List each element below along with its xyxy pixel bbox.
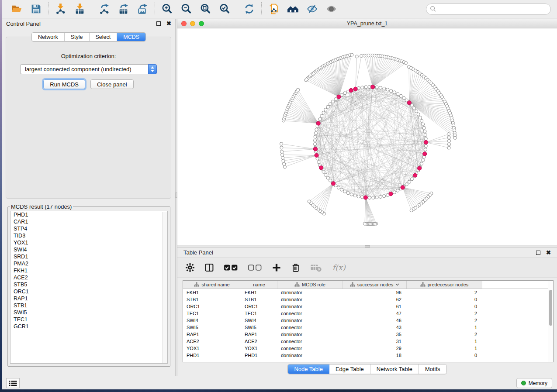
cell-name[interactable]: YOX1 [241,346,277,351]
close-traffic-icon[interactable] [181,21,187,26]
cell-MCDS-role[interactable]: dominator [277,290,343,295]
export-image-icon[interactable] [137,3,149,15]
cell-predecessor-nodes[interactable]: 1 [407,339,482,344]
table-row[interactable]: FKH1FKH1dominator962 [183,289,553,296]
cell-MCDS-role[interactable]: dominator [277,353,343,358]
cell-MCDS-role[interactable]: connector [277,311,343,316]
table-row[interactable]: STB1STB1dominator620 [183,296,553,303]
horizontal-splitter[interactable] [177,245,557,248]
cell-successor-nodes[interactable]: 46 [343,318,407,323]
import-table-icon[interactable] [74,3,86,15]
cell-predecessor-nodes[interactable]: 2 [407,290,482,295]
mcds-result-list[interactable]: PHD1CAR1STP4TID3YOX1SWI4SRD1PMA2FKH1ACE2… [10,211,168,364]
cell-successor-nodes[interactable]: 96 [343,290,407,295]
table-row[interactable]: SWI4SWI4dominator462 [183,317,553,324]
gear-icon[interactable] [185,262,195,273]
mcds-result-item[interactable]: SWI4 [10,246,167,253]
run-mcds-button[interactable]: Run MCDS [43,79,85,89]
cell-name[interactable]: RAP1 [241,332,277,337]
cell-shared-name[interactable]: YOX1 [183,346,241,351]
add-icon[interactable] [272,262,281,273]
tab-network[interactable]: Network [32,33,65,41]
trash-icon[interactable] [291,262,301,273]
table-row[interactable]: PHD1PHD1dominator180 [183,352,553,359]
export-table-icon[interactable] [118,3,129,15]
mcds-result-item[interactable]: ACE2 [10,274,167,281]
table-row[interactable]: YOX1YOX1connector291 [183,345,553,352]
mcds-result-item[interactable]: SRD1 [10,253,167,260]
cell-predecessor-nodes[interactable]: 0 [407,353,482,358]
mcds-result-item[interactable]: STB5 [10,281,167,288]
columns-icon[interactable] [204,262,214,273]
table-row[interactable]: TEC1TEC1connector472 [183,310,553,317]
zoom-in-icon[interactable] [161,3,173,15]
save-icon[interactable] [30,3,42,15]
maximize-traffic-icon[interactable] [199,21,204,26]
close-panel-button[interactable]: Close panel [90,79,134,89]
cell-successor-nodes[interactable]: 35 [343,332,407,337]
column-header-shared-name[interactable]: shared name [183,281,241,289]
mcds-result-item[interactable]: STB1 [10,302,167,309]
cell-predecessor-nodes[interactable]: 1 [407,346,482,351]
network-canvas[interactable] [177,28,557,245]
cell-MCDS-role[interactable]: dominator [277,297,343,302]
cell-successor-nodes[interactable]: 18 [343,353,407,358]
tab-motifs[interactable]: Motifs [419,364,446,374]
tab-style[interactable]: Style [65,33,90,41]
close-window-icon[interactable]: ✖ [166,21,171,26]
cell-successor-nodes[interactable]: 43 [343,325,407,330]
column-header-name[interactable]: name [241,281,277,289]
memory-button[interactable]: Memory [516,378,552,388]
list-scrollbar-track[interactable] [162,212,167,363]
horizontal-splitter-grip[interactable] [365,245,370,248]
cell-shared-name[interactable]: SWI4 [183,318,241,323]
cell-name[interactable]: SWI5 [241,325,277,330]
cell-shared-name[interactable]: ORC1 [183,304,241,309]
table-row[interactable]: SWI5SWI5connector431 [183,324,553,331]
cell-name[interactable]: SWI4 [241,318,277,323]
mcds-result-item[interactable]: PMA2 [10,260,167,267]
network-doc-icon[interactable] [268,3,280,15]
tab-select[interactable]: Select [90,33,118,41]
mcds-result-item[interactable]: CAR1 [10,218,167,225]
mcds-result-item[interactable]: YOX1 [10,239,167,246]
table-float-window-icon[interactable] [536,251,540,255]
float-window-icon[interactable] [156,21,161,26]
cell-successor-nodes[interactable]: 62 [343,297,407,302]
network-view-titlebar[interactable]: YPA_prune.txt_1 [177,19,557,28]
import-network-icon[interactable] [55,3,66,15]
mcds-result-item[interactable]: RAP1 [10,295,167,302]
column-header-MCDS-role[interactable]: MCDS role [277,281,343,289]
cell-name[interactable]: ACE2 [241,339,277,344]
cell-shared-name[interactable]: FKH1 [183,290,241,295]
cell-predecessor-nodes[interactable]: 0 [407,297,482,302]
tab-node-table[interactable]: Node Table [288,364,329,374]
cell-predecessor-nodes[interactable]: 1 [407,325,482,330]
minimize-traffic-icon[interactable] [190,21,195,26]
mcds-result-item[interactable]: ORC1 [10,288,167,295]
cell-MCDS-role[interactable]: connector [277,325,343,330]
cell-name[interactable]: PHD1 [241,353,277,358]
zoom-out-icon[interactable] [180,3,192,15]
cell-MCDS-role[interactable]: connector [277,346,343,351]
cell-predecessor-nodes[interactable]: 2 [407,332,482,337]
mcds-result-item[interactable]: TEC1 [10,316,167,323]
table-row[interactable]: RAP1RAP1dominator352 [183,331,553,338]
cell-predecessor-nodes[interactable]: 2 [407,311,482,316]
cell-shared-name[interactable]: SWI5 [183,325,241,330]
cell-MCDS-role[interactable]: dominator [277,318,343,323]
zoom-selected-icon[interactable] [219,3,231,15]
hide-graphics-icon[interactable] [306,3,318,15]
cell-predecessor-nodes[interactable]: 0 [407,304,482,309]
cell-successor-nodes[interactable]: 61 [343,304,407,309]
tab-network-table[interactable]: Network Table [370,364,419,374]
table-scrollbar-track[interactable] [548,281,553,362]
tab-edge-table[interactable]: Edge Table [329,364,370,374]
cell-shared-name[interactable]: STB1 [183,297,241,302]
open-folder-icon[interactable] [11,3,23,15]
mcds-result-item[interactable]: STP4 [10,225,167,232]
cell-shared-name[interactable]: PHD1 [183,353,241,358]
cell-name[interactable]: ORC1 [241,304,277,309]
cell-shared-name[interactable]: ACE2 [183,339,241,344]
tab-mcds[interactable]: MCDS [117,33,145,41]
